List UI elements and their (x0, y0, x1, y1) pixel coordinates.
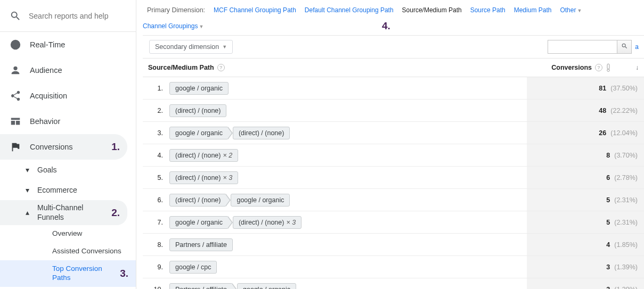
path-chip: google / organic (169, 82, 229, 95)
sub-ecommerce[interactable]: ▾ Ecommerce (0, 180, 136, 200)
table-toolbar: Secondary dimension ▼ a (143, 35, 644, 58)
path-cell: Partners / affiliategoogle / organic (169, 283, 527, 290)
conversions-cell: 5(2.31%) (527, 211, 644, 233)
conversions-percent: (12.04%) (610, 129, 638, 137)
thermometer-icon (606, 63, 611, 72)
path-chip: google / organic (169, 216, 229, 229)
dim-channel-groupings[interactable]: Channel Groupings▼ (143, 22, 203, 30)
help-icon[interactable]: ? (217, 64, 225, 71)
search-icon (10, 10, 21, 22)
nav-realtime[interactable]: Real-Time (0, 32, 136, 57)
dim-source[interactable]: Source Path (470, 6, 506, 14)
table-row[interactable]: 10.Partners / affiliategoogle / organic3… (143, 278, 644, 289)
svg-rect-0 (607, 64, 609, 69)
leaf-top-conversion-paths[interactable]: Top Conversion Paths 3. (0, 260, 136, 287)
leaf-assisted-conversions[interactable]: Assisted Conversions (0, 243, 136, 260)
caret-down-icon: ▼ (199, 24, 203, 29)
conversions-value: 81 (599, 85, 606, 92)
dim-medium[interactable]: Medium Path (514, 6, 552, 14)
table-row[interactable]: 8.Partners / affiliate4(1.85%) (143, 234, 644, 256)
row-number: 3. (143, 129, 169, 137)
row-number: 9. (143, 263, 169, 271)
path-cell: google / cpc (169, 261, 527, 274)
sub-label: Multi-Channel Funnels (37, 203, 96, 222)
conversions-percent: (2.78%) (614, 174, 638, 181)
secondary-dimension-dropdown[interactable]: Secondary dimension ▼ (149, 40, 233, 54)
dim-mcf[interactable]: MCF Channel Grouping Path (214, 6, 296, 14)
conversions-value: 26 (599, 129, 606, 137)
path-cell: (direct) / (none) × 3 (169, 171, 527, 184)
nav-label: Real-Time (30, 40, 65, 49)
conversions-cell: 4(1.85%) (527, 234, 644, 255)
sub-multi-channel-funnels[interactable]: ▴ Multi-Channel Funnels 2. (0, 200, 127, 225)
row-number: 2. (143, 107, 169, 114)
path-cell: (direct) / (none)google / organic (169, 194, 527, 207)
sub-label: Ecommerce (37, 186, 77, 194)
row-number: 4. (143, 152, 169, 159)
nav-label: Acquisition (30, 92, 67, 100)
conversions-value: 3 (606, 286, 610, 290)
table-filter-input[interactable] (548, 40, 617, 54)
path-chip: Partners / affiliate (169, 238, 233, 251)
conversions-value: 8 (606, 152, 610, 159)
annotation-4: 4. (382, 20, 390, 32)
advanced-link[interactable]: a (635, 43, 639, 51)
table-filter (548, 40, 632, 54)
help-icon[interactable]: ? (595, 64, 602, 71)
caret-down-icon: ▼ (222, 44, 227, 49)
conversions-percent: (22.22%) (610, 107, 638, 114)
table-row[interactable]: 6.(direct) / (none)google / organic5(2.3… (143, 189, 644, 211)
dim-other[interactable]: Other▼ (560, 6, 582, 14)
clock-icon (10, 39, 21, 51)
path-chip: (direct) / (none) (169, 194, 226, 207)
table-row[interactable]: 9.google / cpc3(1.39%) (143, 256, 644, 278)
table-row[interactable]: 3.google / organic(direct) / (none)26(12… (143, 122, 644, 144)
share-icon (10, 90, 21, 102)
dim-default[interactable]: Default Channel Grouping Path (305, 6, 394, 14)
sort-arrow-down-icon[interactable]: ↓ (635, 64, 639, 71)
sub-goals[interactable]: ▾ Goals (0, 160, 136, 180)
annotation-1: 1. (111, 141, 120, 153)
row-number: 6. (143, 196, 169, 204)
nav-audience[interactable]: Audience (0, 57, 136, 83)
path-chip: google / organic (231, 194, 290, 207)
table-row[interactable]: 2.(direct) / (none)48(22.22%) (143, 100, 644, 122)
header-conversions[interactable]: Conversions (551, 64, 592, 71)
table-row[interactable]: 7.google / organic(direct) / (none) × 35… (143, 211, 644, 234)
table-row[interactable]: 4.(direct) / (none) × 28(3.70%) (143, 144, 644, 167)
person-icon (10, 64, 21, 76)
table-header: Source/Medium Path ? Conversions ? ↓ (143, 58, 644, 77)
conversions-cell: 6(2.78%) (527, 167, 644, 188)
path-chip: Partners / affiliate (169, 283, 233, 290)
nav-conversions[interactable]: Conversions 1. (0, 134, 127, 160)
row-number: 1. (143, 85, 169, 92)
conversions-value: 48 (599, 107, 606, 114)
annotation-3: 3. (120, 267, 128, 280)
secondary-dimension-label: Secondary dimension (155, 43, 219, 51)
nav-acquisition[interactable]: Acquisition (0, 83, 136, 109)
path-chip: (direct) / (none) (169, 104, 226, 117)
table-row[interactable]: 1.google / organic81(37.50%) (143, 77, 644, 100)
conversions-cell: 8(3.70%) (527, 144, 644, 166)
caret-down-icon: ▼ (577, 8, 582, 13)
table-filter-button[interactable] (617, 40, 632, 54)
path-cell: google / organic(direct) / (none) × 3 (169, 216, 527, 229)
path-cell: Partners / affiliate (169, 238, 527, 251)
conversions-cell: 26(12.04%) (527, 122, 644, 144)
table-row[interactable]: 5.(direct) / (none) × 36(2.78%) (143, 167, 644, 189)
primary-dimension-row: Primary Dimension: MCF Channel Grouping … (143, 6, 644, 35)
nav-behavior[interactable]: Behavior (0, 109, 136, 134)
path-chip: (direct) / (none) × 3 (233, 216, 301, 229)
leaf-overview[interactable]: Overview (0, 225, 136, 243)
dim-source-medium[interactable]: Source/Medium Path (402, 6, 462, 14)
chevron-down-icon: ▾ (26, 186, 31, 194)
flag-icon (10, 141, 21, 153)
sidebar-search[interactable] (0, 0, 136, 32)
layout-icon (10, 115, 21, 127)
primary-dimension-label: Primary Dimension: (143, 6, 205, 14)
path-cell: (direct) / (none) × 2 (169, 149, 527, 162)
search-input[interactable] (29, 12, 129, 20)
path-chip: (direct) / (none) × 3 (169, 171, 238, 184)
chevron-down-icon: ▾ (26, 166, 31, 174)
conversions-value: 4 (606, 241, 610, 249)
